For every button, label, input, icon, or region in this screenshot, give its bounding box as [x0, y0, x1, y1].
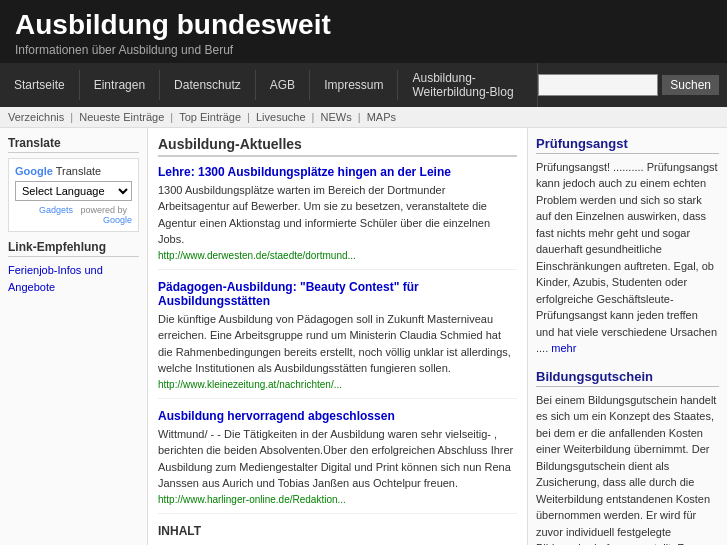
more-link-pruefungsangst[interactable]: mehr	[551, 342, 576, 354]
search-button[interactable]: Suchen	[662, 75, 719, 95]
main-content: Ausbildung-Aktuelles Lehre: 1300 Ausbild…	[148, 128, 527, 545]
site-subtitle: Informationen über Ausbildung und Beruf	[15, 43, 712, 57]
news-text-3: Wittmund/ - - Die Tätigkeiten in der Aus…	[158, 426, 517, 492]
translate-section-title: Translate	[8, 136, 139, 153]
news-url-3: http://www.harlinger-online.de/Redaktion…	[158, 494, 517, 505]
nav-impressum[interactable]: Impressum	[310, 70, 398, 100]
translate-box: Google Translate Select Language Gadgets…	[8, 158, 139, 232]
nav-blog[interactable]: Ausbildung-Weiterbildung-Blog	[398, 63, 538, 107]
news-link-2[interactable]: Pädagogen-Ausbildung: "Beauty Contest" f…	[158, 280, 419, 308]
news-item-2: Pädagogen-Ausbildung: "Beauty Contest" f…	[158, 280, 517, 399]
breadcrumb-top[interactable]: Top Einträge	[179, 111, 241, 123]
right-text-bildungsgutschein: Bei einem Bildungsgutschein handelt es s…	[536, 392, 719, 545]
news-link-3[interactable]: Ausbildung hervorragend abgeschlossen	[158, 409, 395, 423]
inhalt-title: INHALT	[158, 524, 517, 538]
right-section-bildungsgutschein: Bildungsgutschein Bei einem Bildungsguts…	[536, 369, 719, 545]
nav-agb[interactable]: AGB	[256, 70, 310, 100]
news-text-1: 1300 Ausbildungsplätze warten im Bereich…	[158, 182, 517, 248]
nav-datenschutz[interactable]: Datenschutz	[160, 70, 256, 100]
site-header: Ausbildung bundesweit Informationen über…	[0, 0, 727, 63]
news-url-1: http://www.derwesten.de/staedte/dortmund…	[158, 250, 517, 261]
breadcrumb-livesuche[interactable]: Livesuche	[256, 111, 306, 123]
breadcrumb-neueste[interactable]: Neueste Einträge	[79, 111, 164, 123]
right-sidebar: Prüfungsangst Prüfungsangst! .......... …	[527, 128, 727, 545]
link-empfehlung-title: Link-Empfehlung	[8, 240, 139, 257]
google-translate-logo: Google Translate	[15, 165, 132, 177]
right-title-bildungsgutschein: Bildungsgutschein	[536, 369, 719, 387]
link-ferienjob[interactable]: Ferienjob-Infos und Angebote	[8, 262, 139, 297]
google-powered-link[interactable]: Google	[103, 215, 132, 225]
breadcrumb-verzeichnis[interactable]: Verzeichnis	[8, 111, 64, 123]
news-url-2: http://www.kleinezeitung.at/nachrichten/…	[158, 379, 517, 390]
inhalt-section: INHALT Spezialisiertes Webportal mit Suc…	[158, 524, 517, 545]
news-text-2: Die künftige Ausbildung von Pädagogen so…	[158, 311, 517, 377]
gadgets-link[interactable]: Gadgets	[39, 205, 73, 215]
right-text-pruefungsangst: Prüfungsangst! .......... Prüfungsangst …	[536, 159, 719, 357]
content-title: Ausbildung-Aktuelles	[158, 136, 517, 157]
breadcrumb: Verzeichnis | Neueste Einträge | Top Ein…	[0, 107, 727, 128]
news-link-1[interactable]: Lehre: 1300 Ausbildungsplätze hingen an …	[158, 165, 451, 179]
search-input[interactable]	[538, 74, 658, 96]
powered-by: Gadgets powered by Google	[15, 205, 132, 225]
main-nav: Startseite Eintragen Datenschutz AGB Imp…	[0, 63, 727, 107]
left-sidebar: Translate Google Translate Select Langua…	[0, 128, 148, 545]
link-empfehlung-section: Link-Empfehlung Ferienjob-Infos und Ange…	[8, 240, 139, 297]
nav-eintragen[interactable]: Eintragen	[80, 70, 160, 100]
select-language-dropdown[interactable]: Select Language	[15, 181, 132, 201]
right-section-pruefungsangst: Prüfungsangst Prüfungsangst! .......... …	[536, 136, 719, 357]
news-item-3: Ausbildung hervorragend abgeschlossen Wi…	[158, 409, 517, 514]
news-item-1: Lehre: 1300 Ausbildungsplätze hingen an …	[158, 165, 517, 270]
right-title-pruefungsangst: Prüfungsangst	[536, 136, 719, 154]
nav-startseite[interactable]: Startseite	[0, 70, 80, 100]
breadcrumb-news[interactable]: NEWs	[321, 111, 352, 123]
breadcrumb-maps[interactable]: MAPs	[367, 111, 396, 123]
site-title: Ausbildung bundesweit	[15, 10, 712, 41]
search-area: Suchen	[538, 74, 727, 96]
main-layout: Translate Google Translate Select Langua…	[0, 128, 727, 545]
